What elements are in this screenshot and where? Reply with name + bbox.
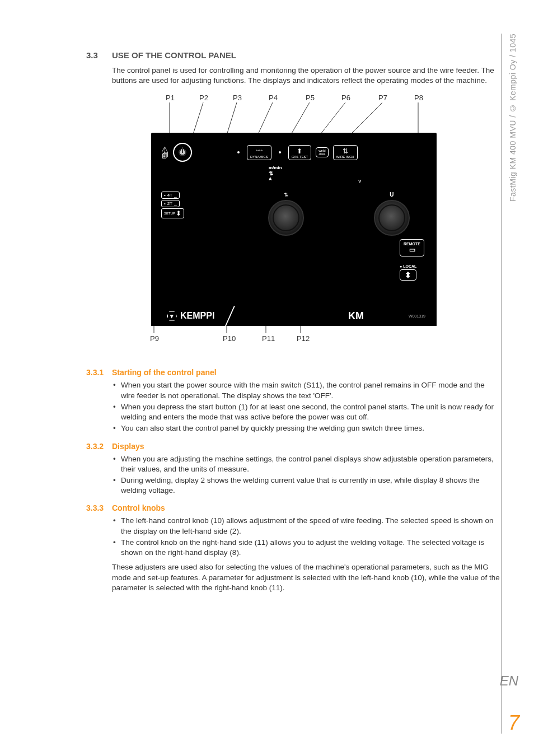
subsection-heading: 3.3.2 Displays (112, 442, 500, 451)
bullet-list: When you are adjusting the machine setti… (112, 454, 500, 496)
callout-p4: P4 (269, 94, 278, 102)
callout-p11: P11 (262, 334, 275, 343)
list-item: The left-hand control knob (10) allows a… (121, 516, 500, 536)
weld-data-button[interactable]: weld data (316, 147, 328, 157)
dynamics-label: DYNAMICS (250, 155, 268, 158)
bullet-list: The left-hand control knob (10) allows a… (112, 516, 500, 558)
model-km: KM (348, 310, 364, 322)
unit-mmin: m/min (269, 165, 282, 170)
section-title: USE OF THE CONTROL PANEL (112, 50, 236, 60)
down-up-arrow-icon: ⬍ (405, 271, 411, 279)
callout-p1: P1 (166, 94, 175, 102)
mode-4t-button[interactable]: • 4T ⎯ (161, 192, 180, 199)
language-label: EN (500, 673, 518, 689)
gas-test-label: GAS TEST (292, 155, 308, 158)
gas-test-button[interactable]: ⬆ GAS TEST (288, 145, 312, 160)
callout-p8: P8 (414, 94, 423, 102)
section-intro: The control panel is used for controllin… (112, 66, 500, 86)
brand-text: KEMPPI (180, 311, 214, 321)
indicator-dot (237, 151, 240, 153)
subsection-title: Starting of the control panel (112, 368, 217, 377)
indicator-dot (279, 151, 281, 153)
setup-button[interactable]: SETUP ⬍ (161, 208, 184, 218)
spool-icon-small: ⇅ (269, 170, 282, 176)
model-id: W001319 (409, 314, 425, 318)
callout-p2: P2 (199, 94, 208, 102)
remote-icon: ▭ (409, 246, 415, 254)
mode-4t-label: 4T (167, 193, 172, 198)
subsection-title: Control knobs (112, 503, 165, 512)
subsection-heading: 3.3.1 Starting of the control panel (112, 368, 500, 377)
subsection-number: 3.3.3 (86, 503, 104, 512)
mode-2t-button[interactable]: • 2T ⎯ (161, 200, 180, 207)
callout-p6: P6 (341, 94, 350, 102)
callout-p5: P5 (306, 94, 315, 102)
list-item: The control knob on the right-hand side … (121, 538, 500, 558)
list-item: When you are adjusting the machine setti… (121, 454, 500, 474)
list-item: When you start the power source with the… (121, 380, 500, 400)
remote-label: REMOTE (404, 242, 420, 246)
bullet-list: When you start the power source with the… (112, 380, 500, 433)
subsection-heading: 3.3.3 Control knobs (112, 503, 500, 512)
callout-p12: P12 (297, 334, 310, 343)
section-heading: 3.3 USE OF THE CONTROL PANEL (112, 50, 500, 60)
page-number: 7 (508, 711, 519, 735)
panel-frame: ⚠ 🗐 ⏻ 〰 DYNAMICS ⬆ GAS TEST we (151, 133, 437, 326)
unit-a: A (269, 176, 282, 181)
list-item: When you depress the start button (1) fo… (121, 402, 500, 422)
unit-u: U (390, 192, 394, 198)
section-number: 3.3 (86, 50, 98, 60)
left-knob[interactable] (268, 200, 304, 236)
callout-p3: P3 (233, 94, 242, 102)
wire-inch-label: WIRE INCH (336, 155, 354, 158)
callout-p7: P7 (378, 94, 387, 102)
callout-p10: P10 (223, 334, 236, 343)
weld-label-2: data (319, 152, 326, 156)
subsection-title: Displays (112, 442, 144, 451)
power-button[interactable]: ⏻ (173, 143, 192, 162)
spool-icon: ⇅ (284, 192, 288, 198)
setup-label: SETUP (164, 212, 175, 215)
mode-2t-label: 2T (167, 201, 172, 206)
local-button[interactable]: ⬍ (400, 269, 416, 281)
list-item: During welding, display 2 shows the weld… (121, 475, 500, 496)
wire-inch-button[interactable]: ⇅ WIRE INCH (333, 145, 358, 160)
subsection-paragraph: These adjusters are used also for select… (112, 562, 500, 593)
callout-p9: P9 (150, 334, 159, 343)
unit-v: V (358, 179, 361, 184)
dynamics-button[interactable]: 〰 DYNAMICS (247, 145, 271, 160)
local-label: LOCAL (403, 264, 416, 268)
subsection-number: 3.3.1 (86, 368, 104, 377)
list-item: You can also start the control panel by … (121, 423, 500, 433)
control-panel-diagram: P1 P2 P3 P4 P5 P6 P7 P8 P9 P10 P11 P12 (112, 94, 459, 357)
brand-bar: ▾ KEMPPI KM W001319 (151, 306, 437, 326)
warning-icon: ⚠ 🗐 (161, 146, 168, 159)
down-up-arrow-icon: ⬍ (176, 209, 181, 217)
kemppi-logo-icon: ▾ (167, 311, 177, 321)
right-knob[interactable] (374, 200, 410, 236)
remote-button[interactable]: REMOTE ▭ (400, 239, 424, 256)
subsection-number: 3.3.2 (86, 442, 104, 451)
